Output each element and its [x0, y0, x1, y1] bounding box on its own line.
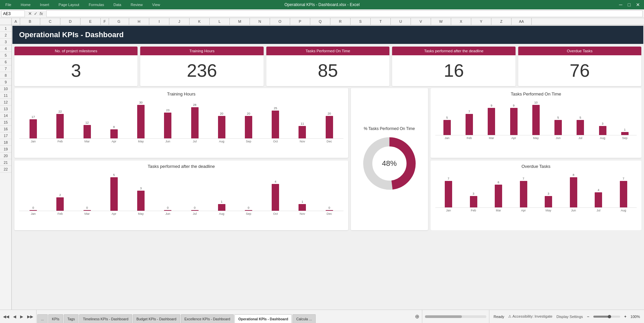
bar-month-label: Nov	[289, 140, 316, 143]
bar	[84, 210, 91, 211]
row-header-13: 13	[0, 106, 11, 112]
bar-month-label: Jun	[154, 212, 181, 215]
bar-month-label: Jul	[181, 212, 208, 215]
col-header-V: V	[411, 18, 431, 25]
bar-value: 0	[248, 206, 249, 209]
maximize-button[interactable]: □	[627, 2, 632, 7]
bar-group: 7	[458, 110, 480, 135]
bar	[272, 184, 279, 211]
minimize-button[interactable]: ─	[618, 2, 624, 7]
bar-value: 0	[328, 206, 330, 209]
bar-group: 9	[502, 104, 525, 135]
bar-value: 5	[580, 116, 581, 119]
bar-group: 7	[611, 177, 636, 207]
file-menu[interactable]: File	[3, 2, 14, 7]
zoom-in-button[interactable]: +	[624, 314, 627, 319]
sheet-tab-budget-kpis---dashboard[interactable]: Budget KPIs - Dashboard	[133, 314, 180, 323]
bar-value: 3	[473, 192, 474, 195]
bar-month-label: Apr	[511, 209, 536, 212]
bar-value: 6	[498, 181, 499, 184]
row-header-19: 19	[0, 146, 11, 152]
data-menu[interactable]: Data	[111, 2, 124, 7]
bar-month-label: Jan	[20, 212, 47, 215]
row-header-1: 1	[0, 25, 11, 32]
bar-value: 28	[193, 103, 197, 107]
confirm-icon[interactable]: ✓	[34, 11, 38, 16]
bar-month-label: Sep	[614, 136, 636, 140]
sheet-tab-calcula-...[interactable]: Calcula ...	[292, 314, 316, 323]
bar	[30, 210, 37, 211]
sheet-tab-excellence-kpis---dashboard[interactable]: Excellence KPIs - Dashboard	[181, 314, 234, 323]
bar-month-label: Jan	[436, 209, 461, 212]
bar	[299, 204, 306, 211]
zoom-slider-handle[interactable]	[608, 315, 611, 318]
bar	[443, 120, 451, 135]
bar-group: 6	[486, 181, 511, 207]
sheet-nav-right[interactable]: ▶▶	[25, 314, 35, 320]
bar-value: 23	[166, 109, 169, 112]
add-sheet-button[interactable]: ⊕	[412, 310, 422, 323]
zoom-out-button[interactable]: −	[587, 314, 589, 319]
sheet-tab-operational-kpis---dashboard[interactable]: Operational KPIs - Dashboard	[234, 314, 292, 323]
display-settings[interactable]: Display Settings	[556, 315, 583, 319]
cell-reference-input[interactable]: AE3	[1, 10, 25, 17]
bar-value: 2	[59, 193, 61, 197]
bar-value: 3	[140, 187, 142, 190]
deadline-chart: Tasks performed after the deadline 02053…	[14, 160, 348, 230]
sheet-tab-timeliness-kpis---dashboard[interactable]: Timeliness KPIs - Dashboard	[79, 314, 132, 323]
sheet-nav-left[interactable]: ◀◀	[1, 314, 11, 320]
accessibility-icon[interactable]: ⚠ Accessibility: Investigate	[508, 314, 552, 319]
sheet-nav-prev[interactable]: ◀	[11, 314, 18, 320]
bar	[620, 181, 627, 207]
bar-value: 1	[221, 200, 222, 203]
page-layout-menu[interactable]: Page Layout	[56, 2, 82, 7]
bar-group: 0	[154, 206, 181, 211]
overdue-chart: Overdue Tasks 73673847 JanFebMarAprMayJu…	[431, 160, 641, 230]
close-button[interactable]: ✕	[635, 2, 641, 7]
insert-menu[interactable]: Insert	[37, 2, 52, 7]
bar-value: 17	[32, 115, 35, 119]
row-header-8: 8	[0, 72, 11, 79]
formula-icon[interactable]: fx	[40, 11, 43, 16]
cancel-icon[interactable]: ✕	[28, 11, 32, 16]
bar-value: 0	[167, 206, 169, 209]
tasks-ontime-chart-title: Tasks Performed On Time	[435, 91, 637, 96]
sheet-tab-...[interactable]: ...	[37, 314, 48, 323]
excel-window: File Home Insert Page Layout Formulas Da…	[0, 0, 644, 323]
view-menu[interactable]: View	[150, 2, 163, 7]
kpi-label-tasks-ontime: Tasks Performed On Time	[266, 47, 389, 55]
charts-row: Training Hours 17221283023282020251120 J…	[12, 88, 644, 232]
bar-group: 20	[208, 112, 235, 138]
review-menu[interactable]: Review	[128, 2, 145, 7]
col-header-G: G	[109, 18, 129, 25]
sheet-nav-next[interactable]: ▶	[18, 314, 25, 320]
bar-value: 10	[534, 101, 538, 104]
kpi-card-milestones: No. of project milestones 3	[14, 47, 138, 86]
bar-month-label: Sep	[235, 140, 262, 143]
bar-group: 1	[614, 128, 636, 135]
bar	[218, 116, 225, 138]
bar-month-label: Feb	[458, 136, 480, 140]
col-header-I: I	[149, 18, 169, 25]
home-menu[interactable]: Home	[18, 2, 33, 7]
sheet-tab-kpis[interactable]: KPIs	[48, 314, 63, 323]
col-header-D: D	[60, 18, 80, 25]
col-header-U: U	[391, 18, 411, 25]
bar-group: 3	[127, 187, 154, 211]
bar-value: 25	[274, 107, 277, 110]
bar-month-label: Jul	[569, 136, 591, 140]
formula-bar: AE3 ✕ ✓ fx	[0, 9, 644, 18]
bar-group: 5	[436, 116, 458, 135]
formulas-menu[interactable]: Formulas	[86, 2, 107, 7]
bar-month-label: Jun	[154, 140, 181, 143]
sheet-tab-tags[interactable]: Tags	[64, 314, 78, 323]
kpi-value-training: 236	[140, 55, 263, 86]
bar-group: 4	[262, 180, 289, 211]
col-header-E: E	[80, 18, 101, 25]
col-header-L: L	[210, 18, 230, 25]
kpi-card-training: Training Hours 236	[140, 47, 263, 86]
col-header-T: T	[371, 18, 391, 25]
row-header-22: 22	[0, 166, 11, 173]
row-header-2: 2	[0, 32, 11, 39]
bar	[326, 116, 333, 138]
